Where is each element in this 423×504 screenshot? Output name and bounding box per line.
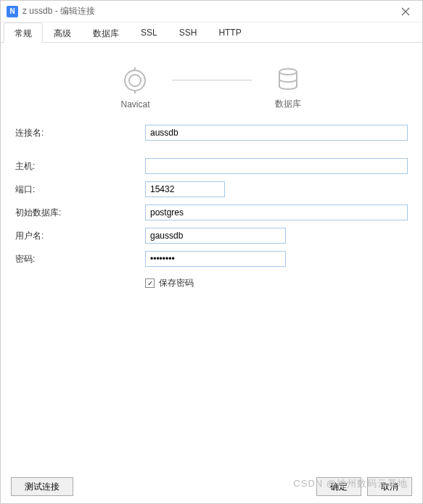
diagram-client: Navicat <box>120 66 149 110</box>
footer-actions: 确定 取消 <box>316 477 412 496</box>
label-host: 主机: <box>11 160 145 173</box>
input-username[interactable] <box>145 228 286 244</box>
row-username: 用户名: <box>11 228 412 244</box>
label-save-password: 保存密码 <box>159 277 194 289</box>
tab-database[interactable]: 数据库 <box>82 22 130 42</box>
row-save-password: 保存密码 <box>145 277 412 289</box>
label-port: 端口: <box>11 183 145 196</box>
row-port: 端口: <box>11 181 412 197</box>
diagram-connector <box>172 80 252 80</box>
input-port[interactable] <box>145 181 225 197</box>
tab-http[interactable]: HTTP <box>208 22 252 42</box>
tab-general[interactable]: 常规 <box>4 22 43 43</box>
row-initial-db: 初始数据库: <box>11 205 412 220</box>
app-icon: N <box>7 6 18 17</box>
diagram-client-label: Navicat <box>120 99 149 110</box>
test-connection-button[interactable]: 测试连接 <box>11 477 73 496</box>
svg-point-1 <box>129 75 141 86</box>
label-password: 密码: <box>11 253 145 265</box>
ok-button[interactable]: 确定 <box>316 477 361 496</box>
svg-point-2 <box>279 69 297 75</box>
footer: 测试连接 确定 取消 <box>1 470 422 503</box>
input-connection-name[interactable] <box>145 125 408 141</box>
label-connection-name: 连接名: <box>11 127 145 139</box>
connection-diagram: Navicat 数据库 <box>11 57 412 125</box>
tab-ssh[interactable]: SSH <box>168 22 208 42</box>
content-area: Navicat 数据库 连接名: 主机: 端口: 初始数据库: <box>1 43 422 470</box>
input-password[interactable] <box>145 251 286 267</box>
diagram-server: 数据库 <box>274 65 303 110</box>
row-connection-name: 连接名: <box>11 125 412 141</box>
titlebar: N z ussdb - 编辑连接 <box>1 1 422 22</box>
tab-ssl[interactable]: SSL <box>130 22 168 42</box>
input-host[interactable] <box>145 158 408 174</box>
cancel-button[interactable]: 取消 <box>367 477 412 496</box>
tab-advanced[interactable]: 高级 <box>43 22 82 42</box>
close-icon <box>401 7 410 16</box>
row-host: 主机: <box>11 158 412 174</box>
label-username: 用户名: <box>11 230 145 242</box>
tab-bar: 常规 高级 数据库 SSL SSH HTTP <box>1 22 422 43</box>
checkbox-save-password[interactable] <box>145 278 155 288</box>
navicat-icon <box>120 66 149 95</box>
close-button[interactable] <box>395 1 416 22</box>
dialog-window: N z ussdb - 编辑连接 常规 高级 数据库 SSL SSH HTTP … <box>0 0 423 504</box>
database-icon <box>274 65 303 94</box>
row-password: 密码: <box>11 251 412 267</box>
input-initial-db[interactable] <box>145 205 408 220</box>
diagram-server-label: 数据库 <box>275 98 301 110</box>
label-initial-db: 初始数据库: <box>11 207 145 219</box>
svg-point-0 <box>125 70 145 91</box>
window-title: z ussdb - 编辑连接 <box>22 5 395 17</box>
